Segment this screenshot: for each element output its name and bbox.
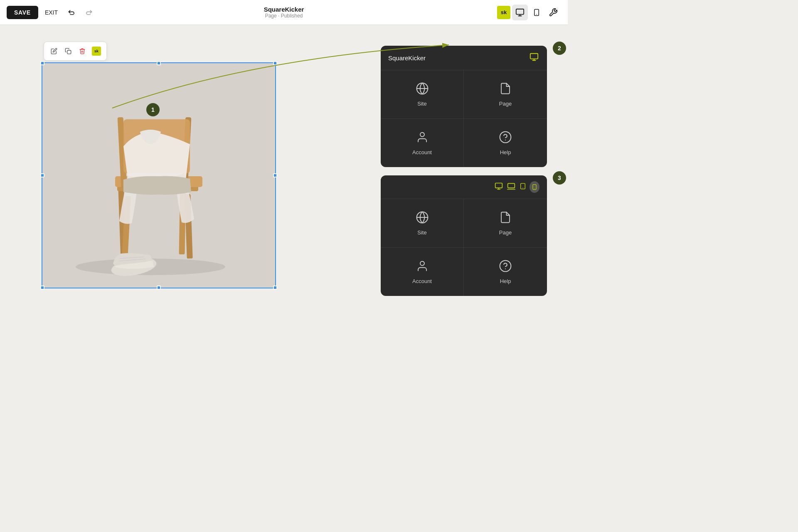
panels-area: 2 SquareKicker bbox=[381, 42, 547, 357]
redo-button[interactable] bbox=[81, 5, 96, 20]
panel-2-account-label: Account bbox=[412, 278, 432, 284]
panel-2-laptop-icon[interactable] bbox=[506, 181, 516, 193]
annotation-badge-3: 3 bbox=[553, 171, 566, 185]
svg-point-40 bbox=[500, 261, 511, 272]
main-content: sk 1 bbox=[0, 25, 568, 374]
help-icon-1 bbox=[499, 131, 512, 146]
element-toolbar: sk bbox=[44, 42, 107, 61]
resize-handle-ml[interactable] bbox=[40, 173, 44, 177]
panel-2-account-item[interactable]: Account bbox=[381, 248, 464, 296]
svg-rect-31 bbox=[508, 183, 515, 188]
panel2-container: 3 - bbox=[381, 175, 547, 296]
panel-1-desktop-icon[interactable] bbox=[529, 52, 539, 64]
page-icon-2 bbox=[499, 211, 512, 226]
resize-handle-mr[interactable] bbox=[273, 173, 277, 177]
sk-plugin-icon-button[interactable]: sk bbox=[90, 44, 103, 58]
panel-1-page-item[interactable]: Page bbox=[464, 70, 547, 119]
resize-handle-bm[interactable] bbox=[157, 286, 161, 290]
svg-rect-0 bbox=[516, 9, 524, 14]
resize-handle-bl[interactable] bbox=[40, 286, 44, 290]
resize-handle-tr[interactable] bbox=[273, 61, 277, 65]
panel-2-mobile-icon[interactable] bbox=[530, 181, 539, 193]
panel-1-site-item[interactable]: Site bbox=[381, 70, 464, 119]
selected-image[interactable] bbox=[42, 62, 276, 288]
delete-icon-button[interactable] bbox=[76, 44, 89, 58]
resize-handle-br[interactable] bbox=[273, 286, 277, 290]
panel-1-site-label: Site bbox=[417, 101, 426, 107]
panel-2-help-item[interactable]: Help bbox=[464, 248, 547, 296]
panel-1-page-label: Page bbox=[499, 101, 512, 107]
svg-rect-20 bbox=[530, 54, 538, 59]
panel-2-site-item[interactable]: Site bbox=[381, 199, 464, 248]
panel-1-help-label: Help bbox=[500, 149, 511, 155]
panel-1-account-item[interactable]: Account bbox=[381, 119, 464, 167]
desktop-icon bbox=[515, 8, 525, 17]
panel-1-help-item[interactable]: Help bbox=[464, 119, 547, 167]
annotation-badge-2: 2 bbox=[553, 42, 566, 55]
globe-icon-1 bbox=[416, 82, 429, 97]
desktop-view-button[interactable] bbox=[512, 5, 528, 20]
panel-2-page-item[interactable]: Page bbox=[464, 199, 547, 248]
panel1-container: 2 SquareKicker bbox=[381, 46, 547, 167]
panel-2-site-label: Site bbox=[417, 229, 426, 236]
svg-rect-28 bbox=[495, 183, 502, 188]
panel-2-tablet-icon[interactable] bbox=[519, 181, 527, 193]
page-icon-1 bbox=[499, 82, 512, 97]
exit-button[interactable]: EXIT bbox=[43, 6, 59, 19]
panel-2-header: - bbox=[381, 175, 547, 199]
panel-2-device-icons bbox=[494, 181, 539, 193]
copy-icon bbox=[65, 48, 71, 54]
undo-icon bbox=[68, 8, 76, 17]
globe-icon-2 bbox=[416, 211, 429, 226]
panel-2-grid: Site Page bbox=[381, 199, 547, 296]
resize-handle-tl[interactable] bbox=[40, 61, 44, 65]
svg-rect-35 bbox=[533, 185, 536, 190]
duplicate-icon-button[interactable] bbox=[62, 44, 75, 58]
save-button[interactable]: SAVE bbox=[7, 6, 38, 19]
panel-2-help-label: Help bbox=[500, 278, 511, 284]
page-title: SquareKicker bbox=[264, 6, 304, 13]
chair-illustration bbox=[42, 63, 275, 288]
help-icon-2 bbox=[499, 259, 512, 275]
panel-2-page-label: Page bbox=[499, 229, 512, 236]
chair-image-canvas bbox=[42, 63, 275, 288]
panel-1-device-icons bbox=[529, 52, 539, 64]
panel-1-title: SquareKicker bbox=[388, 54, 426, 62]
panel-1-account-label: Account bbox=[412, 149, 432, 155]
mobile-view-button[interactable] bbox=[530, 5, 544, 20]
svg-rect-5 bbox=[67, 50, 71, 54]
trash-icon bbox=[79, 48, 86, 54]
tools-icon bbox=[549, 8, 558, 17]
topbar-left: SAVE EXIT bbox=[7, 5, 96, 20]
tools-button[interactable] bbox=[545, 5, 561, 20]
panel-2: - bbox=[381, 175, 547, 296]
panel-1-grid: Site Page bbox=[381, 70, 547, 167]
pencil-icon bbox=[51, 48, 57, 54]
undo-redo-group bbox=[64, 5, 96, 20]
edit-icon-button[interactable] bbox=[47, 44, 61, 58]
svg-point-25 bbox=[420, 133, 424, 137]
mobile-icon bbox=[533, 8, 540, 17]
canvas-area: sk 1 bbox=[42, 42, 364, 357]
page-status: Page · Published bbox=[264, 13, 304, 19]
annotation-badge-1: 1 bbox=[146, 103, 160, 116]
panel-1: SquareKicker bbox=[381, 46, 547, 167]
topbar: SAVE EXIT SquareKicker Page · Published … bbox=[0, 0, 568, 25]
sk-logo[interactable]: sk bbox=[497, 6, 510, 19]
account-icon-2 bbox=[416, 259, 429, 275]
redo-icon bbox=[84, 8, 93, 17]
topbar-center: SquareKicker Page · Published bbox=[264, 6, 304, 19]
account-icon-1 bbox=[416, 131, 429, 146]
svg-point-39 bbox=[420, 261, 424, 266]
svg-point-26 bbox=[500, 132, 511, 143]
panel-1-header: SquareKicker bbox=[381, 46, 547, 70]
resize-handle-tm[interactable] bbox=[157, 61, 161, 65]
sk-small-logo: sk bbox=[92, 47, 101, 56]
topbar-right: sk bbox=[497, 5, 561, 20]
panel-2-desktop-icon[interactable] bbox=[494, 181, 504, 193]
undo-button[interactable] bbox=[64, 5, 79, 20]
